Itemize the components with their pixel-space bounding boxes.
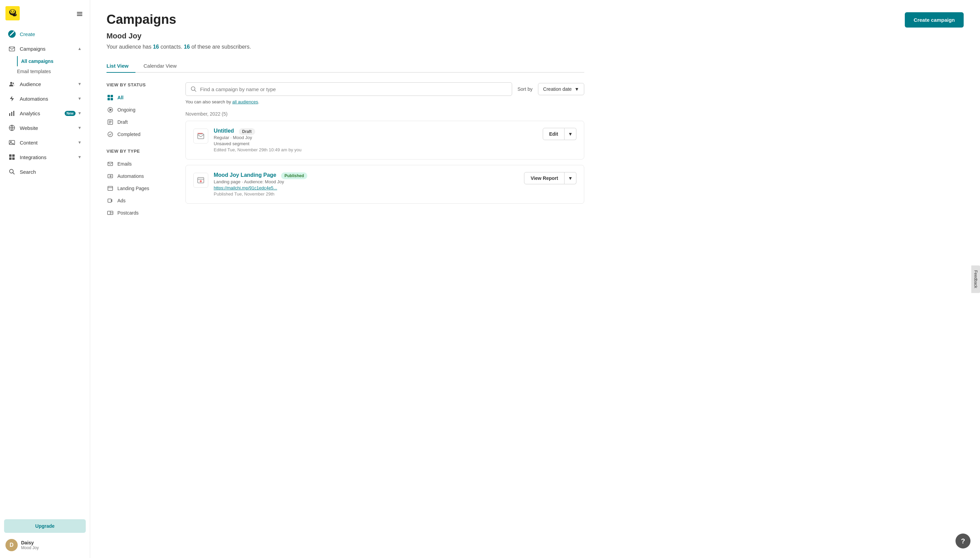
tab-calendar-view[interactable]: Calendar View xyxy=(144,59,183,73)
sidebar-item-analytics-label: Analytics xyxy=(20,110,65,116)
svg-point-34 xyxy=(108,132,113,137)
svg-rect-13 xyxy=(11,112,12,116)
chevron-up-icon: ▲ xyxy=(77,46,82,51)
filters-panel: View by Status All Ongoing xyxy=(107,82,174,227)
grid-icon xyxy=(8,153,16,161)
chart-icon xyxy=(8,110,16,117)
user-name: Daisy xyxy=(21,540,39,545)
svg-rect-18 xyxy=(9,154,12,157)
main-content-area: Create campaign Campaigns Mood Joy Your … xyxy=(90,0,980,558)
sidebar-item-analytics[interactable]: Analytics New ▼ xyxy=(3,106,87,120)
sidebar-item-audience[interactable]: Audience ▼ xyxy=(3,77,87,91)
filter-automations[interactable]: Automations xyxy=(107,170,174,182)
search-sort-row: Sort by Creation date ▼ xyxy=(186,82,584,96)
list-icon xyxy=(107,118,114,126)
sidebar-item-campaigns-label: Campaigns xyxy=(20,46,77,52)
svg-rect-12 xyxy=(9,113,10,116)
analytics-new-badge: New xyxy=(65,111,76,116)
sidebar-item-all-campaigns[interactable]: All campaigns xyxy=(17,56,90,66)
filter-ads-label: Ads xyxy=(117,198,125,204)
view-report-dropdown-button[interactable]: ▼ xyxy=(564,172,576,184)
upgrade-button[interactable]: Upgrade xyxy=(4,519,86,533)
sidebar-item-automations-label: Automations xyxy=(20,96,77,102)
campaign-time-landing: Published Tue, November 29th xyxy=(214,192,519,197)
sort-label: Sort by xyxy=(518,86,533,92)
filter-emails[interactable]: Emails xyxy=(107,158,174,170)
filter-landing-pages[interactable]: Landing Pages xyxy=(107,182,174,195)
audience-name: Mood Joy xyxy=(107,32,584,41)
svg-marker-11 xyxy=(10,96,14,101)
campaign-time-untitled: Edited Tue, November 29th 10:49 am by yo… xyxy=(214,147,537,152)
svg-point-10 xyxy=(13,83,14,84)
search-input[interactable] xyxy=(200,86,507,92)
user-profile[interactable]: D Daisy Mood Joy xyxy=(4,536,86,554)
campaign-info-landing: Mood Joy Landing Page Published Landing … xyxy=(214,172,519,197)
svg-rect-20 xyxy=(9,158,12,160)
sidebar-item-website[interactable]: Website ▼ xyxy=(3,121,87,135)
svg-line-23 xyxy=(13,173,15,174)
sidebar: Create Campaigns ▲ All campaigns Email t… xyxy=(0,0,90,558)
sidebar-item-search[interactable]: Search xyxy=(3,164,87,179)
all-audiences-link[interactable]: all audiences xyxy=(232,99,258,104)
contacts-count: 16 xyxy=(153,44,159,50)
people-icon xyxy=(8,80,16,88)
svg-line-44 xyxy=(195,90,196,92)
edit-dropdown-button[interactable]: ▼ xyxy=(564,128,576,140)
svg-rect-25 xyxy=(110,95,113,97)
filter-all[interactable]: All xyxy=(107,92,174,104)
lightning-icon xyxy=(8,95,16,102)
subscribers-count: 16 xyxy=(184,44,190,50)
postcard-icon xyxy=(107,209,114,217)
sidebar-toggle-icon[interactable] xyxy=(75,9,84,19)
audience-stats-text: Your audience has xyxy=(107,44,151,50)
filter-completed[interactable]: Completed xyxy=(107,128,174,140)
help-button[interactable]: ? xyxy=(955,533,970,548)
edit-button[interactable]: Edit xyxy=(543,128,564,140)
svg-rect-24 xyxy=(107,95,110,97)
logo[interactable] xyxy=(5,6,20,22)
filter-emails-label: Emails xyxy=(117,161,132,167)
sidebar-item-search-label: Search xyxy=(20,169,82,175)
image-icon xyxy=(8,139,16,146)
sidebar-item-automations[interactable]: Automations ▼ xyxy=(3,92,87,106)
svg-rect-5 xyxy=(77,12,82,13)
filter-type-title: View by Type xyxy=(107,149,174,154)
feedback-tab[interactable]: Feedback xyxy=(972,265,980,293)
filter-by-type: View by Type Emails Automations xyxy=(107,149,174,219)
chevron-down-icon-content: ▼ xyxy=(77,140,82,145)
svg-rect-26 xyxy=(107,98,110,100)
chevron-down-icon-analytics: ▼ xyxy=(77,111,82,116)
subscribers-label: of these are subscribers. xyxy=(191,44,251,50)
create-campaign-button[interactable]: Create campaign xyxy=(905,12,964,28)
view-report-button[interactable]: View Report xyxy=(524,172,564,184)
contacts-label: contacts. xyxy=(161,44,183,50)
filter-ongoing[interactable]: Ongoing xyxy=(107,104,174,116)
month-group-label: November, 2022 (5) xyxy=(186,111,584,117)
svg-rect-35 xyxy=(108,162,113,166)
sort-dropdown[interactable]: Creation date ▼ xyxy=(538,83,584,95)
campaign-title-landing[interactable]: Mood Joy Landing Page xyxy=(214,172,276,178)
page-title: Campaigns xyxy=(107,12,584,27)
sidebar-item-email-templates[interactable]: Email templates xyxy=(17,66,90,77)
campaign-title-untitled[interactable]: Untitled xyxy=(214,128,234,134)
sidebar-item-campaigns[interactable]: Campaigns ▲ xyxy=(3,41,87,56)
sidebar-item-content[interactable]: Content ▼ xyxy=(3,135,87,149)
filter-draft[interactable]: Draft xyxy=(107,116,174,128)
campaigns-panel: Sort by Creation date ▼ You can also sea… xyxy=(186,82,584,227)
sidebar-footer: Upgrade D Daisy Mood Joy xyxy=(0,515,90,558)
chevron-down-icon-automations: ▼ xyxy=(77,96,82,101)
tab-list-view[interactable]: List View xyxy=(107,59,135,73)
campaign-meta1-untitled: Regular · Mood Joy xyxy=(214,135,537,140)
filter-ongoing-label: Ongoing xyxy=(117,107,135,113)
campaign-link-landing[interactable]: https://mailchi.mp/91c1edc4e5... xyxy=(214,185,519,190)
svg-rect-27 xyxy=(110,98,113,100)
sidebar-item-create[interactable]: Create xyxy=(3,27,87,41)
sidebar-nav: Create Campaigns ▲ All campaigns Email t… xyxy=(0,25,90,515)
grid-small-icon xyxy=(107,94,114,101)
filter-ads[interactable]: Ads xyxy=(107,195,174,207)
filter-postcards[interactable]: Postcards xyxy=(107,207,174,219)
svg-marker-29 xyxy=(110,109,112,111)
sidebar-item-integrations[interactable]: Integrations ▼ xyxy=(3,150,87,164)
svg-point-4 xyxy=(13,11,14,12)
globe-icon xyxy=(8,124,16,131)
